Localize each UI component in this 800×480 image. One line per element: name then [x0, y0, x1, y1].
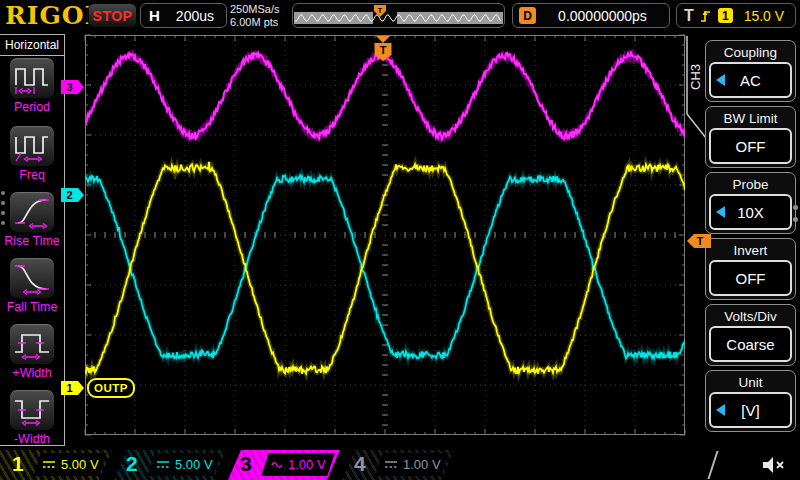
ch3-position-marker[interactable]: 3: [61, 80, 84, 94]
freq-icon: [13, 129, 51, 163]
channel-1-number: 1: [12, 452, 24, 476]
channel-3-number: 3: [240, 452, 252, 476]
plus-width-label: +Width: [0, 366, 64, 380]
menu-item-unit[interactable]: Unit [V]: [705, 370, 796, 432]
rise-time-icon: [13, 195, 51, 229]
dc-coupling-icon: [156, 459, 170, 470]
bw-limit-label: BW Limit: [706, 109, 795, 127]
delay-icon: D: [519, 7, 536, 24]
right-menu-page-dot: [793, 205, 798, 210]
trigger-level-marker[interactable]: T: [686, 233, 712, 249]
fall-time-button[interactable]: [9, 257, 55, 299]
svg-text:T: T: [380, 44, 387, 56]
menu-item-probe[interactable]: Probe 10X: [705, 172, 796, 234]
delay-value: 0.00000000ps: [536, 8, 669, 24]
rise-time-label: Rise Time: [0, 234, 64, 248]
horizontal-timebase-box[interactable]: H 200us: [140, 3, 227, 28]
minus-width-label: -Width: [0, 432, 64, 446]
plus-width-icon: [13, 327, 51, 361]
minus-width-icon: [13, 393, 51, 427]
menu-item-coupling[interactable]: Coupling AC: [705, 40, 796, 102]
menu-item-period[interactable]: Period: [0, 57, 64, 114]
left-arrow-icon: [716, 404, 725, 416]
dc-coupling-icon: [384, 459, 398, 470]
channel-2-number: 2: [126, 452, 138, 476]
fall-time-label: Fall Time: [0, 300, 64, 314]
trigger-level-value: 15.0 V: [733, 8, 795, 24]
bottom-bar-separator: [707, 451, 718, 479]
bw-limit-value-text: OFF: [736, 138, 766, 155]
right-menu-page-dot: [793, 217, 798, 222]
rise-time-button[interactable]: [9, 191, 55, 233]
invert-value-text: OFF: [736, 270, 766, 287]
right-menu-channel-tab: CH3: [688, 54, 704, 100]
left-function-menu: Horizontal Period Freq: [0, 34, 65, 446]
probe-label: Probe: [706, 175, 795, 193]
channel-3-status[interactable]: 3 1.00 V: [228, 450, 340, 480]
top-status-bar: RIGOL STOP H 200us 250MSa/s 6.00M pts T …: [0, 0, 800, 32]
menu-item-rise-time[interactable]: Rise Time: [0, 191, 64, 248]
rising-edge-icon: [699, 7, 712, 25]
svg-text:T: T: [378, 7, 383, 14]
ch1-outp-label: OUTP: [88, 379, 134, 397]
menu-item-minus-width[interactable]: -Width: [0, 389, 64, 446]
freq-button[interactable]: [9, 125, 55, 167]
scope-display: T 3 2 1 OUTP: [60, 30, 710, 450]
channel-4-status[interactable]: 4 1.00 V: [342, 450, 454, 480]
coupling-value[interactable]: AC: [709, 62, 792, 98]
plus-width-button[interactable]: [9, 323, 55, 365]
channel-3-volts: 1.00 V: [288, 457, 326, 472]
probe-value[interactable]: 10X: [709, 194, 792, 230]
memory-depth: 6.00M pts: [230, 16, 280, 29]
timebase-value: 200us: [176, 8, 214, 24]
trigger-delay-box[interactable]: D 0.00000000ps: [512, 3, 670, 28]
channel-3-scale-box: 1.00 V: [261, 453, 334, 476]
menu-item-volts-div[interactable]: Volts/Div Coarse: [705, 304, 796, 366]
memory-waveform-preview: T: [293, 4, 504, 27]
trigger-label: T: [684, 7, 694, 25]
invert-label: Invert: [706, 241, 795, 259]
ch1-position-marker[interactable]: 1: [61, 381, 84, 395]
run-state-badge[interactable]: STOP: [88, 3, 137, 28]
probe-value-text: 10X: [737, 204, 764, 221]
period-icon: [13, 61, 51, 95]
horizontal-label: H: [149, 7, 160, 24]
invert-value[interactable]: OFF: [709, 260, 792, 296]
channel-2-volts: 5.00 V: [175, 457, 213, 472]
acquisition-info: 250MSa/s 6.00M pts: [230, 3, 280, 29]
period-button[interactable]: [9, 57, 55, 99]
trigger-source-badge: 1: [718, 8, 733, 23]
left-menu-page-dots: [1, 191, 5, 231]
channel-2-status[interactable]: 2 5.00 V: [114, 450, 226, 480]
channel-1-status[interactable]: 1 5.00 V: [0, 450, 112, 480]
coupling-label: Coupling: [706, 43, 795, 61]
ac-coupling-icon: [271, 460, 283, 470]
menu-item-invert[interactable]: Invert OFF: [705, 238, 796, 300]
dc-coupling-icon: [42, 459, 56, 470]
channel-1-volts: 5.00 V: [61, 457, 99, 472]
svg-text:3: 3: [66, 81, 72, 93]
sample-rate: 250MSa/s: [230, 3, 280, 16]
channel-4-scale-box: 1.00 V: [375, 453, 448, 476]
minus-width-button[interactable]: [9, 389, 55, 431]
left-menu-title: Horizontal: [0, 35, 64, 56]
fall-time-icon: [13, 261, 51, 295]
menu-item-fall-time[interactable]: Fall Time: [0, 257, 64, 314]
menu-item-freq[interactable]: Freq: [0, 125, 64, 182]
memory-position-strip[interactable]: T: [292, 3, 505, 28]
channel-4-number: 4: [354, 452, 366, 476]
ch2-position-marker[interactable]: 2: [61, 188, 84, 202]
unit-value[interactable]: [V]: [709, 392, 792, 428]
channel-4-volts: 1.00 V: [403, 457, 441, 472]
coupling-value-text: AC: [740, 72, 761, 89]
bw-limit-value[interactable]: OFF: [709, 128, 792, 164]
svg-text:1: 1: [66, 382, 72, 394]
menu-item-bw-limit[interactable]: BW Limit OFF: [705, 106, 796, 168]
trigger-status-box[interactable]: T 1 15.0 V: [676, 3, 796, 28]
left-arrow-icon: [716, 206, 725, 218]
left-arrow-icon: [716, 74, 725, 86]
period-label: Period: [0, 100, 64, 114]
channel-status-bar: 1 5.00 V 2 5.00 V 3: [0, 450, 800, 480]
volts-div-value[interactable]: Coarse: [709, 326, 792, 362]
menu-item-plus-width[interactable]: +Width: [0, 323, 64, 380]
